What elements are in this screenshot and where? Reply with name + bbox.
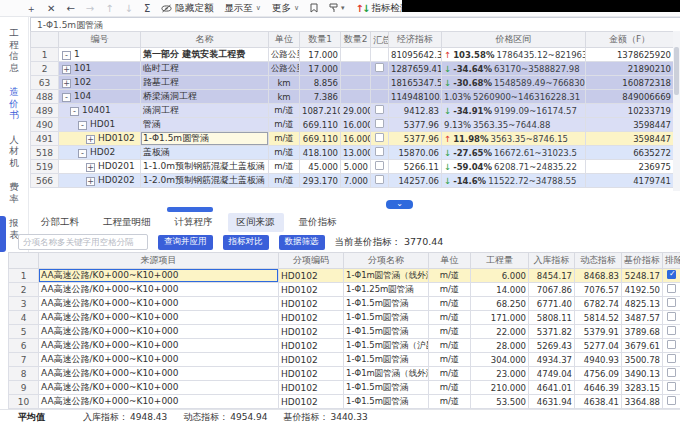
item-name-cell[interactable]: 1-Φ1.5m圆管涵	[344, 353, 429, 367]
price-range-cell[interactable]: ↓-30.68%1548589.49~76683040.29	[442, 76, 586, 90]
qty2-cell[interactable]	[341, 62, 371, 76]
price-range-cell[interactable]: ↓-27.65%16672.61~31023.5	[442, 146, 586, 160]
row-number[interactable]: 63	[31, 76, 59, 90]
base-indicator-cell[interactable]: 3789.68	[622, 325, 663, 339]
economic-indicator-cell[interactable]: 81095642.35	[389, 48, 442, 62]
unit-cell[interactable]: km	[269, 76, 300, 90]
economic-indicator-cell[interactable]: 18165347.56	[389, 76, 442, 90]
column-header[interactable]: 分项名称	[344, 253, 429, 269]
row-number[interactable]: 2	[9, 283, 39, 297]
qty1-cell[interactable]: 293.170	[300, 174, 341, 188]
dynamic-indicator-cell[interactable]: 8468.83	[575, 269, 622, 283]
inprice-indicator-cell[interactable]: 5371.82	[529, 325, 575, 339]
dynamic-indicator-cell[interactable]: 4756.09	[575, 367, 622, 381]
summary-checkbox[interactable]	[375, 119, 384, 128]
exclude-checkbox[interactable]	[667, 396, 676, 405]
sidebar-item-1[interactable]: 工程信息	[9, 27, 20, 73]
source-project-cell[interactable]: AA高速公路/K0+000~K10+000	[39, 353, 279, 367]
source-project-cell[interactable]: AA高速公路/K0+000~K10+000	[39, 269, 279, 283]
source-project-cell[interactable]: AA高速公路/K0+000~K10+000	[39, 367, 279, 381]
amount-cell[interactable]: 1378625920	[586, 48, 674, 62]
unit-cell[interactable]: m/道	[269, 118, 300, 132]
inprice-indicator-cell[interactable]: 4641.01	[529, 381, 575, 395]
price-range-cell[interactable]: ↓-34.64%63170~3588827.98	[442, 62, 586, 76]
source-project-cell[interactable]: AA高速公路/K0+000~K10+000	[39, 325, 279, 339]
column-header[interactable]: 编号	[59, 32, 141, 48]
base-indicator-cell[interactable]: 3490.13	[622, 367, 663, 381]
item-code-cell[interactable]: HD0102	[279, 325, 344, 339]
economic-indicator-cell[interactable]: 5377.96	[389, 132, 442, 146]
unit-cell[interactable]: m/道	[429, 353, 471, 367]
column-header[interactable]: 单位	[269, 32, 300, 48]
summary-checkbox[interactable]	[375, 161, 384, 170]
column-header[interactable]: 名称	[141, 32, 269, 48]
sidebar-item-3[interactable]: 人材机	[9, 134, 20, 169]
price-range-cell[interactable]: ↑11.98%3563.35~8746.15	[442, 132, 586, 146]
inprice-indicator-cell[interactable]: 5269.43	[529, 339, 575, 353]
column-header[interactable]: 汇总	[371, 32, 389, 48]
economic-indicator-cell[interactable]: 1287659.41	[389, 62, 442, 76]
unit-cell[interactable]: m/道	[269, 146, 300, 160]
row-number[interactable]: 518	[31, 146, 59, 160]
amount-cell[interactable]: 160872318	[586, 76, 674, 90]
item-code-cell[interactable]: HD0102	[279, 381, 344, 395]
row-number[interactable]: 489	[31, 104, 59, 118]
economic-indicator-cell[interactable]: 15870.06	[389, 146, 442, 160]
show-to-button[interactable]: 显示至 ∨	[224, 2, 261, 15]
row-number[interactable]: 519	[31, 160, 59, 174]
name-cell[interactable]: 1-Φ1.5m圆管涵	[141, 132, 269, 146]
collapse-icon[interactable]: -	[70, 107, 79, 116]
base-indicator-cell[interactable]: 3679.61	[622, 339, 663, 353]
exclude-checkbox[interactable]	[667, 270, 676, 279]
column-header[interactable]: 分项编码	[279, 253, 344, 269]
row-number[interactable]: 1	[31, 48, 59, 62]
amount-cell[interactable]: 849006669	[586, 90, 674, 104]
item-name-cell[interactable]: 1-Φ1.5m圆管涵	[344, 395, 429, 409]
unit-cell[interactable]: m/道	[269, 174, 300, 188]
item-code-cell[interactable]: HD0102	[279, 269, 344, 283]
sum-icon[interactable]: Σ	[144, 1, 150, 16]
add-icon[interactable]: ＋	[26, 1, 36, 16]
price-range-cell[interactable]: ↑103.58%1786435.12~82196369.47	[442, 48, 586, 62]
unit-cell[interactable]: m/道	[269, 160, 300, 174]
tab-1[interactable]: 分部工料	[32, 213, 88, 232]
qty1-cell[interactable]: 7.386	[300, 90, 341, 104]
expand-icon[interactable]: +	[86, 163, 95, 172]
qty1-cell[interactable]: 669.110	[300, 132, 341, 146]
name-cell[interactable]: 1-2.0m预制钢筋混凝土盖板涵	[141, 174, 269, 188]
code-cell[interactable]: +HD0102	[59, 132, 141, 146]
inprice-indicator-cell[interactable]: 7067.86	[529, 283, 575, 297]
format-brush-button[interactable]: ▾	[329, 3, 345, 13]
source-project-cell[interactable]: AA高速公路/K0+000~K10+000	[39, 395, 279, 409]
qty2-cell[interactable]: 29.000	[341, 104, 371, 118]
code-cell[interactable]: -1	[59, 48, 141, 62]
price-range-cell[interactable]: ↓-34.91%9199.09~16174.57	[442, 104, 586, 118]
unit-cell[interactable]: m/道	[269, 132, 300, 146]
inprice-indicator-cell[interactable]: 4631.94	[529, 395, 575, 409]
tab-2[interactable]: 工程量明细	[94, 213, 160, 232]
quantity-cell[interactable]: 6.000	[471, 269, 529, 283]
quantity-cell[interactable]: 22.000	[471, 325, 529, 339]
amount-cell[interactable]: 10233719	[586, 104, 674, 118]
base-indicator-cell[interactable]: 3500.78	[622, 353, 663, 367]
forward-icon[interactable]: →	[86, 1, 94, 16]
exclude-checkbox[interactable]	[667, 298, 676, 307]
qty2-cell[interactable]	[341, 90, 371, 104]
name-cell[interactable]: 桥梁涵洞工程	[141, 90, 269, 104]
price-range-cell[interactable]: 1.03%5260900~146316228.31	[442, 90, 586, 104]
dynamic-indicator-cell[interactable]: 5814.52	[575, 311, 622, 325]
query-apply-button[interactable]: 查询并应用	[158, 235, 213, 250]
row-number[interactable]: 488	[31, 90, 59, 104]
amount-cell[interactable]: 3598447	[586, 132, 674, 146]
item-code-cell[interactable]: HD0102	[279, 395, 344, 409]
item-code-cell[interactable]: HD0102	[279, 297, 344, 311]
row-number[interactable]: 491	[31, 132, 59, 146]
exclude-checkbox[interactable]	[667, 382, 676, 391]
source-project-cell[interactable]: AA高速公路/K0+000~K10+000	[39, 297, 279, 311]
amount-cell[interactable]: 4179741	[586, 174, 674, 188]
code-cell[interactable]: -HD01	[59, 118, 141, 132]
item-name-cell[interactable]: 1-Φ1.5m圆管涵	[344, 325, 429, 339]
row-number[interactable]: 5	[9, 325, 39, 339]
tab-4[interactable]: 区间来源	[228, 213, 284, 232]
column-header[interactable]: 经济指标	[389, 32, 442, 48]
